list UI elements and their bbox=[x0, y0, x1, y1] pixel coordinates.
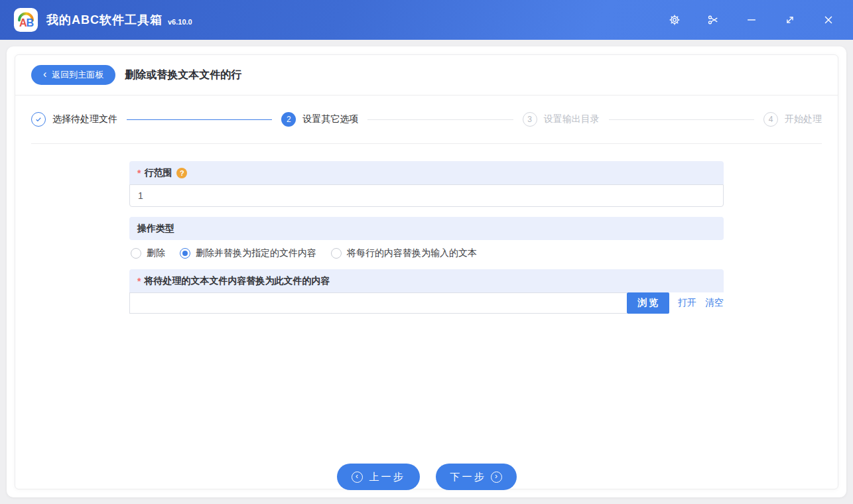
app-version: v6.10.0 bbox=[168, 18, 192, 26]
chevron-right-circle-icon: › bbox=[491, 472, 502, 483]
svg-text:B: B bbox=[26, 17, 34, 29]
operation-type-label: 操作类型 bbox=[137, 223, 174, 235]
next-step-button[interactable]: 下一步 › bbox=[436, 464, 517, 490]
maximize-icon[interactable] bbox=[784, 14, 796, 26]
step-connector bbox=[367, 119, 513, 120]
step-2-options: 2 设置其它选项 bbox=[281, 112, 358, 127]
next-step-label: 下一步 bbox=[450, 471, 486, 483]
operation-type-radio-row: 删除 删除并替换为指定的文件内容 将每行的内容替换为输入的文本 bbox=[129, 240, 724, 259]
radio-delete-and-replace-with-file[interactable]: 删除并替换为指定的文件内容 bbox=[180, 247, 316, 259]
previous-step-label: 上一步 bbox=[369, 471, 405, 483]
replace-file-row: 浏览 打开 清空 bbox=[129, 292, 724, 314]
line-range-label: 行范围 bbox=[144, 167, 172, 179]
step-4-number: 4 bbox=[763, 112, 778, 127]
card-header: ‹ 返回到主面板 删除或替换文本文件的行 bbox=[15, 55, 838, 95]
footer-navigation: ‹ 上一步 下一步 › bbox=[15, 464, 838, 490]
replace-file-label: 将待处理的文本文件内容替换为此文件的内容 bbox=[144, 275, 330, 287]
step-3-label: 设置输出目录 bbox=[544, 113, 600, 125]
clear-link[interactable]: 清空 bbox=[705, 297, 724, 309]
chevron-left-icon: ‹ bbox=[43, 69, 46, 80]
content-card: ‹ 返回到主面板 删除或替换文本文件的行 选择待处理文件 2 bbox=[15, 54, 838, 489]
scissors-icon[interactable] bbox=[707, 14, 719, 26]
step-indicator: 选择待处理文件 2 设置其它选项 3 设置输出目录 4 开始处理 bbox=[31, 95, 822, 144]
open-link[interactable]: 打开 bbox=[678, 297, 696, 309]
back-to-dashboard-button[interactable]: ‹ 返回到主面板 bbox=[31, 65, 115, 85]
replace-file-path-input[interactable] bbox=[129, 292, 627, 314]
required-asterisk: * bbox=[137, 276, 141, 286]
step-1-label: 选择待处理文件 bbox=[52, 113, 117, 125]
step-1-select-files: 选择待处理文件 bbox=[31, 112, 117, 127]
step-4-label: 开始处理 bbox=[785, 113, 822, 125]
line-range-label-bar: * 行范围 ? bbox=[129, 161, 724, 184]
radio-checked-icon bbox=[180, 248, 190, 259]
step-2-number: 2 bbox=[281, 112, 296, 127]
step-2-label: 设置其它选项 bbox=[302, 113, 358, 125]
operation-type-label-bar: 操作类型 bbox=[129, 217, 724, 240]
step-3-number: 3 bbox=[523, 112, 537, 127]
app-title: 我的ABC软件工具箱 bbox=[46, 12, 163, 28]
step-3-output-dir: 3 设置输出目录 bbox=[523, 112, 600, 127]
operation-type-group: 操作类型 删除 删除并替换为指定的文件内容 将每行的内容替换为输入的文本 bbox=[129, 217, 724, 259]
back-button-label: 返回到主面板 bbox=[52, 69, 103, 81]
replace-file-group: * 将待处理的文本文件内容替换为此文件的内容 浏览 打开 清空 bbox=[129, 269, 724, 314]
page-title: 删除或替换文本文件的行 bbox=[125, 68, 241, 82]
titlebar: A B 我的ABC软件工具箱 v6.10.0 bbox=[0, 0, 853, 40]
radio-icon bbox=[331, 248, 342, 259]
step-connector bbox=[127, 119, 272, 120]
radio-replace-each-line-with-text[interactable]: 将每行的内容替换为输入的文本 bbox=[331, 247, 477, 259]
minimize-icon[interactable] bbox=[746, 14, 757, 26]
browse-button[interactable]: 浏览 bbox=[627, 292, 669, 314]
help-icon[interactable]: ? bbox=[176, 168, 187, 178]
line-range-group: * 行范围 ? bbox=[129, 161, 724, 207]
radio-delete[interactable]: 删除 bbox=[131, 247, 165, 259]
line-range-input[interactable] bbox=[129, 184, 724, 207]
step-4-start: 4 开始处理 bbox=[763, 112, 822, 127]
options-form: * 行范围 ? 操作类型 删除 删除并替 bbox=[129, 161, 724, 314]
close-icon[interactable] bbox=[822, 14, 834, 26]
step-1-check-icon bbox=[31, 112, 46, 127]
required-asterisk: * bbox=[137, 168, 141, 178]
replace-file-label-bar: * 将待处理的文本文件内容替换为此文件的内容 bbox=[129, 269, 724, 292]
main-panel: ‹ 返回到主面板 删除或替换文本文件的行 选择待处理文件 2 bbox=[7, 46, 846, 497]
previous-step-button[interactable]: ‹ 上一步 bbox=[337, 464, 420, 490]
radio-icon bbox=[131, 248, 141, 259]
app-logo: A B bbox=[13, 7, 38, 32]
chevron-left-circle-icon: ‹ bbox=[352, 472, 363, 483]
step-connector bbox=[609, 119, 754, 120]
settings-gear-icon[interactable] bbox=[669, 14, 681, 26]
